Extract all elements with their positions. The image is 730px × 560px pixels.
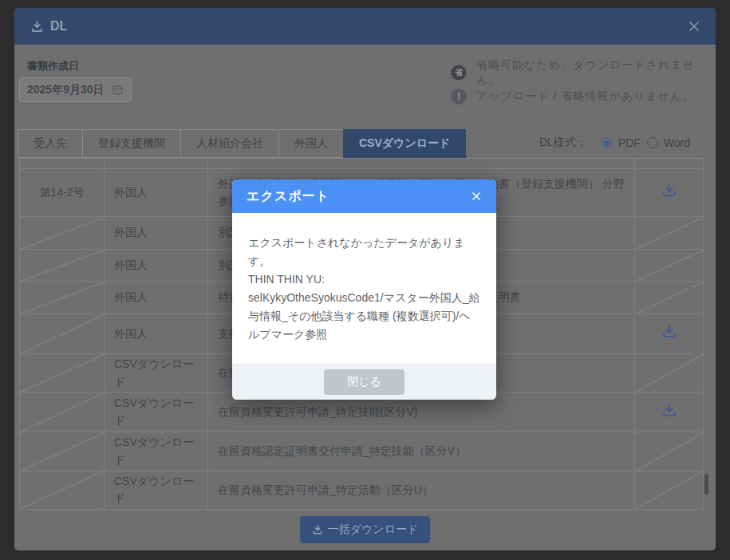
tab-CSVダウンロード[interactable]: CSVダウンロード (343, 129, 466, 158)
bulk-download-label: 一括ダウンロード (328, 523, 419, 537)
cell-target: CSVダウンロード (105, 432, 208, 471)
bulk-download-button[interactable]: 一括ダウンロード (300, 516, 431, 543)
dl-format-options: PDFWord (595, 136, 690, 149)
cell-form-number (20, 250, 105, 282)
tab-外国人[interactable]: 外国人 (278, 129, 344, 158)
dl-dialog-header: DL (14, 8, 716, 45)
radio-word[interactable]: Word (647, 136, 690, 149)
calendar-icon[interactable] (112, 84, 124, 96)
table-row-partial (20, 159, 704, 169)
table-cell (20, 159, 105, 169)
cell-action (635, 432, 704, 471)
date-value: 2025年9月30日 (27, 83, 105, 97)
download-icon[interactable] (661, 401, 678, 419)
cell-action (635, 250, 704, 282)
legend-text: アップロード / 省略情報がありません。 (476, 89, 694, 104)
export-modal-header: エクスポート (232, 179, 496, 213)
exclamation-circle-icon: ! (451, 89, 467, 105)
legend-item: !アップロード / 省略情報がありません。 (451, 85, 716, 108)
cell-document-name: 在留資格認定証明書交付申請_特定技能（区分V） (208, 432, 635, 471)
cell-form-number (20, 354, 105, 392)
dl-dialog-title-text: DL (50, 19, 67, 34)
cell-action (635, 392, 704, 432)
message-line: THIN THIN YU: (248, 270, 480, 289)
radio-pdf[interactable]: PDF (602, 136, 641, 149)
table-row: CSVダウンロード在留資格認定証明書交付申請_特定技能（区分V） (20, 432, 704, 471)
table-cell (105, 159, 208, 169)
date-input[interactable]: 2025年9月30日 (19, 77, 132, 102)
date-field-label: *書類作成日 (21, 59, 79, 73)
cell-target: 外国人 (105, 282, 208, 314)
table-row: CSVダウンロード在留資格変更許可申請_特定活動（区分U） (20, 471, 704, 509)
legend-text: 省略可能なため、ダウンロードされません。 (476, 58, 716, 87)
tab-bar: 受入先登録支援機関人材紹介会社外国人CSVダウンロード (18, 129, 466, 158)
cell-target: 外国人 (105, 314, 208, 354)
cell-target: 外国人 (105, 250, 208, 282)
message-line: selKykyOtheSyokusCode1/マスター外国人_給与情報_その他該… (248, 289, 480, 344)
sho-circle-icon: 省 (451, 65, 467, 81)
cell-action (635, 314, 704, 354)
cell-form-number (20, 432, 105, 471)
message-line: エクスポートされなかったデータがあります。 (248, 234, 480, 270)
cell-form-number (20, 217, 105, 250)
cell-action (635, 282, 704, 314)
cell-form-number (20, 314, 105, 354)
radio-label: PDF (618, 136, 641, 149)
close-icon[interactable] (687, 19, 701, 34)
table-cell (635, 159, 704, 169)
radio-label: Word (664, 136, 690, 149)
tab-人材紹介会社[interactable]: 人材紹介会社 (180, 129, 279, 158)
cell-form-number (20, 392, 105, 432)
dl-format-group: DL様式： PDFWord (539, 136, 690, 150)
tab-登録支援機関[interactable]: 登録支援機関 (82, 129, 181, 158)
export-modal-footer: 閉じる (232, 364, 496, 400)
download-icon (30, 20, 44, 34)
required-mark: * (21, 60, 25, 72)
export-modal-message: エクスポートされなかったデータがあります。THIN THIN YU:selKyk… (232, 213, 496, 364)
tab-受入先[interactable]: 受入先 (18, 129, 83, 158)
download-icon (312, 524, 323, 535)
cell-target: CSVダウンロード (105, 471, 208, 509)
cell-document-name: 在留資格変更許可申請_特定活動（区分U） (208, 471, 635, 509)
cell-action (635, 169, 704, 217)
cell-action (635, 217, 704, 250)
cell-target: 外国人 (105, 217, 208, 250)
vertical-scrollbar-thumb[interactable] (704, 474, 708, 495)
cell-target: CSVダウンロード (105, 354, 208, 392)
cell-form-number (20, 471, 105, 509)
dl-format-label: DL様式： (539, 136, 587, 150)
close-icon[interactable] (471, 191, 482, 202)
cell-form-number (20, 282, 105, 314)
dl-dialog-title: DL (30, 19, 67, 34)
table-cell (208, 159, 635, 169)
close-button[interactable]: 閉じる (324, 369, 404, 395)
cell-action (635, 354, 704, 392)
export-modal-title: エクスポート (247, 188, 329, 205)
download-icon[interactable] (661, 181, 678, 199)
cell-target: 外国人 (105, 169, 208, 217)
legend-item: 省省略可能なため、ダウンロードされません。 (451, 61, 716, 85)
export-modal: エクスポート エクスポートされなかったデータがあります。THIN THIN YU… (232, 179, 496, 400)
download-icon[interactable] (661, 322, 678, 340)
cell-action (635, 471, 704, 509)
legend: 省省略可能なため、ダウンロードされません。!アップロード / 省略情報がありませ… (451, 61, 716, 108)
radio-button-icon[interactable] (602, 137, 613, 148)
radio-button-icon[interactable] (647, 137, 658, 148)
cell-target: CSVダウンロード (105, 392, 208, 432)
cell-form-number: 第14-2号 (20, 169, 105, 217)
